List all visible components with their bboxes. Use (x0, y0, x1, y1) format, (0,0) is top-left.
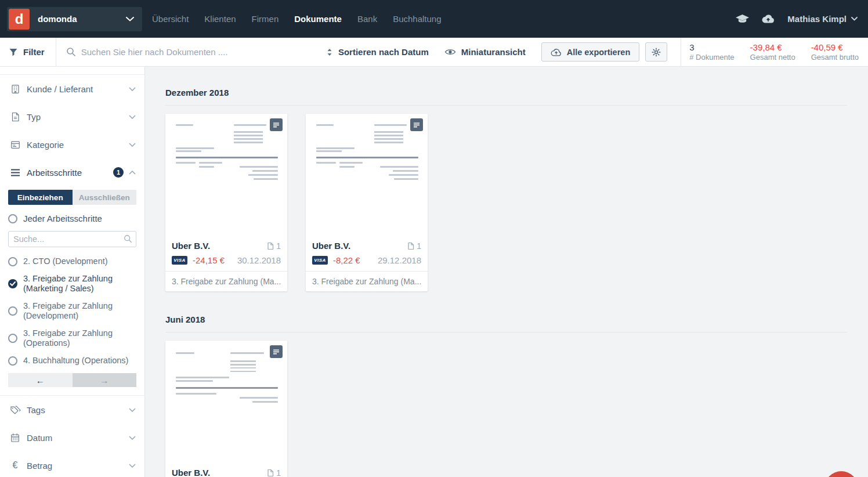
nav-item-dokumente[interactable]: Dokumente (294, 14, 342, 24)
sidebar-section-kunde-lieferant[interactable]: Kunde / Lieferant (0, 75, 144, 103)
prev-page-button[interactable]: ← (8, 373, 73, 387)
euro-icon: € (9, 460, 21, 471)
workflow-option[interactable]: 3. Freigabe zur Zahlung (Operations) (8, 328, 136, 348)
include-tab[interactable]: Einbeziehen (8, 190, 73, 205)
vendor-name: Uber B.V. (172, 468, 210, 477)
section-label: Betrag (27, 461, 129, 471)
page-count: 1 (267, 241, 281, 251)
thumb-line (176, 393, 216, 395)
document-thumbnail[interactable] (165, 341, 287, 462)
tags-icon (9, 406, 21, 414)
nav-item-uebersicht[interactable]: Übersicht (152, 14, 189, 24)
export-label: Alle exportieren (567, 48, 631, 57)
sidebar-section-betrag[interactable]: € Betrag (0, 451, 144, 477)
workflow-option-label: 3. Freigabe zur Zahlung (Marketing / Sal… (23, 274, 131, 294)
sidebar-section-kategorie[interactable]: Kategorie (0, 131, 144, 158)
checked-radio-icon (8, 279, 17, 288)
thumb-line (240, 166, 278, 168)
next-page-button[interactable]: → (73, 373, 137, 387)
vendor-name: Uber B.V. (172, 241, 210, 251)
thumb-line (339, 162, 363, 164)
arbeitsschritte-panel: Einbeziehen Ausschließen Jeder Arbeitssc… (0, 186, 144, 396)
workflow-option-selected[interactable]: 3. Freigabe zur Zahlung (Marketing / Sal… (8, 274, 136, 294)
chevron-down-icon (129, 143, 136, 147)
page-count-value: 1 (276, 468, 281, 477)
company-selector[interactable]: d domonda (7, 7, 142, 31)
workflow-option-label: 4. Buchhaltung (Operations) (23, 356, 128, 366)
workflow-option[interactable]: 2. CTO (Development) (8, 256, 136, 266)
workflow-option[interactable]: 3. Freigabe zur Zahlung (Development) (8, 301, 136, 321)
card-info: Uber B.V. 1 (165, 462, 287, 477)
workflow-option-any[interactable]: Jeder Arbeitsschritte (8, 214, 136, 223)
amount: -8,22 € (333, 255, 360, 265)
chevron-down-icon (129, 464, 136, 468)
cloud-export-icon (551, 48, 562, 56)
document-date: 29.12.2018 (378, 255, 421, 265)
stat-documents-value: 3 (689, 42, 734, 53)
stat-documents-label: # Dokumente (689, 53, 734, 62)
thumb-line (248, 174, 278, 176)
sort-icon (326, 48, 333, 56)
category-icon (9, 140, 21, 149)
sidebar-section-tags[interactable]: Tags (0, 396, 144, 424)
radio-icon (8, 214, 17, 223)
document-thumbnail[interactable] (165, 114, 287, 236)
settings-button[interactable] (645, 42, 667, 62)
exclude-tab[interactable]: Ausschließen (73, 190, 137, 205)
thumb-line (393, 170, 418, 172)
page-icon (267, 242, 274, 250)
document-card[interactable]: Uber B.V. 1 VISA -8,22 € 29.12.2018 (306, 114, 428, 291)
page-count-value: 1 (276, 241, 281, 251)
month-title: Juni 2018 (165, 315, 847, 325)
journal-entry-icon (270, 118, 283, 131)
section-label: Kategorie (27, 140, 129, 150)
view-toggle[interactable]: Miniaturansicht (444, 47, 526, 57)
user-menu[interactable]: Mathias Kimpl (787, 14, 858, 24)
brand-name: domonda (38, 14, 126, 24)
thumb-line (374, 124, 407, 126)
sidebar-section-datum[interactable]: Datum (0, 424, 144, 451)
document-date: 30.12.2018 (237, 255, 281, 265)
domonda-logo: d (9, 9, 30, 30)
thumb-line (199, 166, 214, 168)
chevron-down-icon (129, 115, 136, 119)
nav-item-bank[interactable]: Bank (357, 14, 377, 24)
month-title: Dezember 2018 (165, 88, 847, 98)
thumb-line (176, 150, 201, 152)
filter-label: Filter (23, 47, 45, 57)
thumb-line (389, 174, 418, 176)
export-all-button[interactable]: Alle exportieren (541, 42, 640, 62)
chevron-up-icon (129, 171, 136, 175)
document-thumbnail[interactable] (306, 114, 428, 236)
cloud-upload-icon[interactable] (762, 15, 775, 23)
nav-item-klienten[interactable]: Klienten (204, 14, 236, 24)
sidebar-section-arbeitsschritte[interactable]: Arbeitsschritte 1 (0, 158, 144, 186)
stat-brutto-label: Gesamt brutto (811, 53, 859, 62)
thumb-line (199, 162, 222, 164)
thumb-line (316, 162, 336, 164)
sort-control[interactable]: Sortieren nach Datum (326, 47, 429, 57)
amount: -24,15 € (193, 255, 225, 265)
user-name: Mathias Kimpl (787, 14, 847, 24)
graduation-cap-icon[interactable] (736, 15, 749, 23)
nav-item-buchhaltung[interactable]: Buchhaltung (393, 14, 441, 24)
thumb-line (339, 166, 355, 168)
stat-netto: -39,84 € Gesamt netto (750, 42, 795, 62)
workflow-search-input[interactable] (8, 231, 136, 247)
card-info: Uber B.V. 1 VISA -8,22 € 29.12.2018 (306, 236, 428, 271)
thumb-line (176, 157, 278, 158)
workflow-status: 3. Freigabe zur Zahlung (Ma... (306, 271, 428, 291)
visa-badge: VISA (172, 256, 187, 265)
search-input[interactable] (81, 47, 326, 57)
document-card[interactable]: Uber B.V. 1 (165, 341, 287, 477)
document-card[interactable]: Uber B.V. 1 VISA -24,15 € 30.12.201 (165, 114, 287, 291)
filter-button[interactable]: Filter (0, 38, 56, 66)
month-divider (165, 105, 847, 106)
workflow-pager: ← → (8, 373, 136, 387)
nav-item-firmen[interactable]: Firmen (252, 14, 279, 24)
sidebar-section-typ[interactable]: Typ (0, 103, 144, 131)
thumb-line (176, 147, 214, 149)
workflow-option[interactable]: 4. Buchhaltung (Operations) (8, 356, 136, 366)
stat-netto-value: -39,84 € (750, 42, 795, 53)
page-icon (267, 469, 274, 477)
